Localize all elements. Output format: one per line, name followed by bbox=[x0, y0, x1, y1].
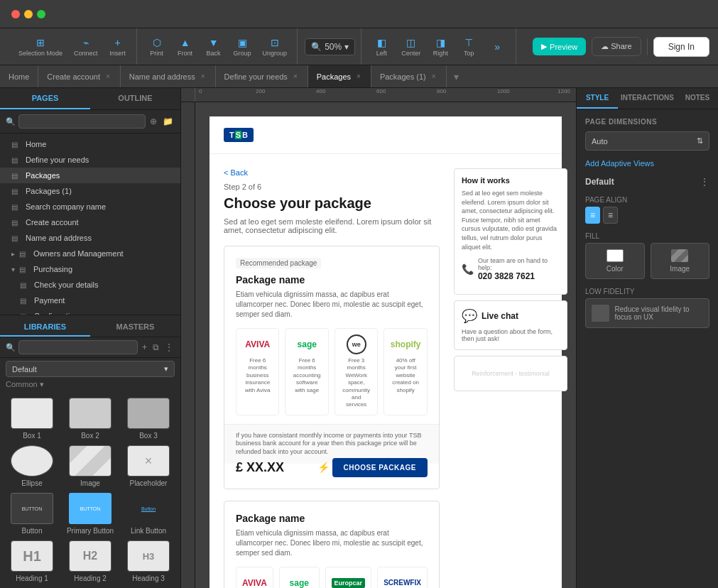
component-button[interactable]: BUTTON Button bbox=[6, 493, 58, 535]
back-button[interactable]: ▼ Back bbox=[201, 34, 227, 60]
tab-home[interactable]: Home bbox=[0, 65, 38, 87]
component-heading3[interactable]: H3 Heading 3 bbox=[122, 540, 175, 582]
choose-heading: Choose your package bbox=[224, 195, 440, 212]
sidebar-item-confirmation[interactable]: ▤ Confirmation bbox=[0, 308, 180, 315]
connect-button[interactable]: ⌁ Connect bbox=[70, 34, 102, 60]
align-left-button[interactable]: ≡ bbox=[585, 207, 600, 224]
adaptive-views-link[interactable]: Add Adaptive Views bbox=[585, 159, 709, 168]
tab-define-needs-close[interactable]: × bbox=[292, 72, 299, 80]
default-library-select[interactable]: Default ▾ bbox=[6, 361, 175, 377]
tab-define-needs[interactable]: Define your needs × bbox=[216, 65, 308, 87]
tab-name-address-close[interactable]: × bbox=[200, 72, 207, 80]
add-library-button[interactable]: + bbox=[141, 341, 148, 354]
component-box1[interactable]: Box 1 bbox=[6, 398, 58, 440]
choose-package-1-button[interactable]: CHOOSE PACKAGE bbox=[332, 458, 428, 477]
tab-name-address[interactable]: Name and address × bbox=[121, 65, 216, 87]
tab-bar: Home Create account × Name and address ×… bbox=[0, 65, 718, 88]
component-link-button[interactable]: Button Link Button bbox=[122, 493, 175, 535]
low-fidelity-toggle[interactable]: Reduce visual fidelity to focus on UX bbox=[585, 298, 709, 328]
live-chat-box[interactable]: 💬 Live chat Have a question about the fo… bbox=[454, 300, 567, 350]
notes-tab[interactable]: NOTES bbox=[677, 88, 718, 109]
brand-sage: sage Free 6 months accounting software w… bbox=[285, 328, 328, 415]
align-right-button[interactable]: ≡ bbox=[603, 207, 618, 224]
tab-packages-close[interactable]: × bbox=[355, 72, 362, 80]
back-link[interactable]: < Back bbox=[224, 168, 440, 177]
top-align-button[interactable]: ⊤ Top bbox=[456, 34, 482, 60]
libraries-tab[interactable]: LIBRARIES bbox=[0, 318, 90, 337]
pages-tab[interactable]: PAGES bbox=[0, 88, 90, 109]
ruler-mark-600: 600 bbox=[376, 88, 386, 94]
page-icon: ▤ bbox=[20, 297, 30, 305]
tab-packages[interactable]: Packages × bbox=[308, 65, 371, 87]
share-button[interactable]: ☁ Share bbox=[592, 37, 641, 56]
chat-icon: 💬 bbox=[462, 308, 477, 324]
component-box3[interactable]: Box 3 bbox=[122, 398, 175, 440]
sidebar-item-name-address[interactable]: ▤ Name and address bbox=[0, 230, 180, 246]
sidebar-item-create-account[interactable]: ▤ Create account bbox=[0, 214, 180, 230]
share-label: Share bbox=[611, 42, 631, 50]
sidebar-item-purchasing[interactable]: ▾ ▤ Purchasing bbox=[0, 261, 180, 277]
more-tools-button[interactable]: » bbox=[484, 38, 510, 55]
ungroup-button[interactable]: ⊡ Ungroup bbox=[259, 34, 292, 60]
component-ellipse[interactable]: Ellipse bbox=[6, 445, 58, 487]
sidebar-item-owners[interactable]: ▸ ▤ Owners and Management bbox=[0, 246, 180, 261]
sidebar-item-packages-1[interactable]: ▤ Packages (1) bbox=[0, 183, 180, 199]
close-button[interactable] bbox=[11, 10, 20, 18]
canvas-content[interactable]: T S B < Back Step 2 of 6 Choose your pac… bbox=[195, 102, 576, 588]
print-icon: ⬡ bbox=[150, 37, 164, 48]
zoom-control[interactable]: 🔍 50% ▾ bbox=[305, 38, 355, 55]
maximize-button[interactable] bbox=[37, 10, 45, 18]
folder-button[interactable]: 📁 bbox=[161, 115, 175, 128]
sidebar-item-packages[interactable]: ▤ Packages bbox=[0, 168, 180, 183]
left-align-button[interactable]: ◧ Left bbox=[369, 34, 394, 60]
style-tab[interactable]: STYLE bbox=[577, 88, 618, 109]
selection-mode-button[interactable]: ⊞ Selection Mode bbox=[14, 34, 67, 60]
dimensions-select[interactable]: Auto ⇅ bbox=[585, 131, 709, 151]
sidebar-item-define-needs[interactable]: ▤ Define your needs bbox=[0, 152, 180, 168]
masters-tab[interactable]: MASTERS bbox=[90, 318, 180, 337]
center-align-button[interactable]: ◫ Center bbox=[397, 34, 425, 60]
component-box2[interactable]: Box 2 bbox=[64, 398, 116, 440]
tab-home-label: Home bbox=[9, 72, 29, 81]
sidebar-item-payment[interactable]: ▤ Payment bbox=[0, 293, 180, 308]
lightning-icon: ⚡ bbox=[317, 462, 330, 473]
preview-button[interactable]: ▶ Preview bbox=[533, 38, 586, 55]
brand-aviva-2: AVIVA Free 6 months business insurance w… bbox=[236, 567, 273, 588]
right-align-button[interactable]: ◨ Right bbox=[428, 34, 453, 60]
dimensions-field: Auto ⇅ bbox=[585, 131, 709, 151]
add-tab-button[interactable]: ▾ bbox=[447, 65, 466, 87]
outline-tab[interactable]: OUTLINE bbox=[90, 88, 180, 109]
sign-in-button[interactable]: Sign In bbox=[653, 37, 709, 57]
fill-image-option[interactable]: Image bbox=[651, 243, 710, 279]
print-button[interactable]: ⬡ Print bbox=[144, 34, 170, 60]
tab-packages-1[interactable]: Packages (1) × bbox=[371, 65, 447, 87]
sidebar-item-search-company[interactable]: ▤ Search company name bbox=[0, 199, 180, 214]
minimize-button[interactable] bbox=[24, 10, 33, 18]
component-placeholder[interactable]: Placeholder bbox=[122, 445, 175, 487]
back-icon: ▼ bbox=[207, 37, 221, 48]
sidebar-item-home[interactable]: ▤ Home bbox=[0, 136, 180, 152]
insert-button[interactable]: + Insert bbox=[105, 34, 131, 60]
link-button-preview: Button bbox=[127, 493, 170, 524]
interactions-tab[interactable]: INTERACTIONS bbox=[618, 88, 677, 109]
tab-packages-1-close[interactable]: × bbox=[430, 72, 437, 80]
component-heading1[interactable]: H1 Heading 1 bbox=[6, 540, 58, 582]
sidebar-item-check-details[interactable]: ▤ Check your details bbox=[0, 277, 180, 293]
ellipse-preview bbox=[11, 445, 53, 477]
component-image[interactable]: Image bbox=[64, 445, 116, 487]
library-more-button[interactable]: ⋮ bbox=[163, 341, 175, 354]
primary-button-preview: BUTTON bbox=[69, 493, 111, 524]
add-page-button[interactable]: ⊕ bbox=[148, 115, 158, 128]
pages-search-input[interactable] bbox=[18, 114, 146, 129]
fill-color-option[interactable]: Color bbox=[585, 243, 645, 279]
component-heading2[interactable]: H2 Heading 2 bbox=[64, 540, 116, 582]
front-button[interactable]: ▲ Front bbox=[173, 34, 198, 60]
tab-create-account-close[interactable]: × bbox=[104, 72, 111, 80]
library-search-input[interactable] bbox=[18, 340, 138, 354]
brand-sage-2: sage Free 6 months accounting software w… bbox=[279, 567, 320, 588]
group-button[interactable]: ▣ Group bbox=[229, 34, 256, 60]
library-clone-button[interactable]: ⧉ bbox=[151, 341, 161, 354]
default-options-icon[interactable]: ⋮ bbox=[700, 176, 709, 187]
tab-create-account[interactable]: Create account × bbox=[38, 65, 120, 87]
component-primary-button[interactable]: BUTTON Primary Button bbox=[64, 493, 116, 535]
